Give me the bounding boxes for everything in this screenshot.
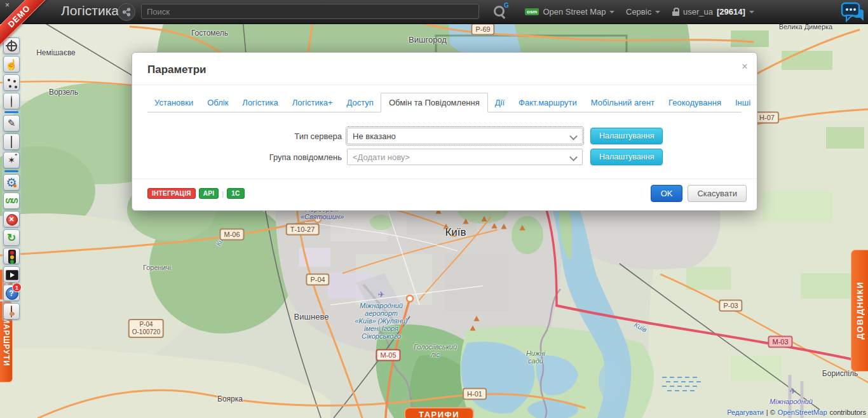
server-type-label: Тип сервера [147,131,342,141]
badge-separator: | [222,190,224,198]
brush-icon [8,118,16,129]
map-area-label: Голосіївський ліс [414,343,457,358]
service-menu-label: Сервіс [626,7,651,17]
tab-dii[interactable]: Дії [488,93,512,112]
map-place-label: Немішаєве [36,48,76,57]
map-provider-menu[interactable]: osm Open Street Map [525,0,614,24]
app-window: ✈ ✈ Гостомель Вишгород Велика Димерка Не… [0,0,868,418]
ok-button[interactable]: OK [651,185,683,202]
chevron-down-icon [609,11,614,13]
playback-tool-button[interactable] [3,266,20,283]
measure-tool-button[interactable] [3,133,20,150]
tab-obmin-povidomlennia[interactable]: Обмін та Повідомлення [381,93,488,112]
svg-text:✈: ✈ [378,290,385,299]
server-type-value: Не вказано [353,131,396,141]
hand-pointer-icon [5,58,18,71]
dialog-header: Параметри × [132,53,757,85]
tab-heokoduvannia[interactable]: Геокодування [661,93,728,112]
tab-fakt-marshruty[interactable]: Факт.маршрути [512,93,584,112]
road-badge: М-06 [219,229,244,241]
points-icon [4,75,19,90]
user-id: [29614] [717,7,745,17]
message-group-select[interactable]: <Додати нову> [347,149,583,165]
map-provider-label: Open Street Map [543,7,606,17]
ruler-icon [11,137,12,147]
traffic-tool-button[interactable] [3,248,20,264]
map-place-label: Боярка [217,394,243,403]
tab-ustanovky[interactable]: Установки [147,93,200,112]
message-group-settings-button[interactable]: Налаштування [590,149,663,165]
api-badge[interactable]: API [199,188,219,199]
tab-inshi[interactable]: Інші [728,93,757,112]
dialog-tabs: Установки Облік Логістика Логістика+ Дос… [147,93,742,112]
tariffs-tab[interactable]: ТАРИФИ [404,407,474,418]
tab-logistyka-plus[interactable]: Логістика+ [285,93,340,112]
server-type-select[interactable]: Не вказано [347,128,583,144]
dialog-footer: ІНТЕГРАЦІЯ API | 1C OK Скасувати [132,179,757,210]
attribution-separator: | © [766,408,775,416]
tab-dostup[interactable]: Доступ [340,93,381,112]
one-c-badge[interactable]: 1C [227,188,244,199]
road-badge: М-05 [376,349,400,361]
app-title: Логістика [61,3,119,18]
road-badge: М-03 [768,336,792,348]
help-tool-button[interactable]: 1 [3,285,20,301]
chevron-down-icon [569,132,578,140]
route-icon: S [10,198,20,203]
refresh-tool-button[interactable] [3,229,20,246]
form-row: Група повідомлень <Додати нову> Налаштув… [147,149,742,165]
chat-button[interactable] [841,2,865,26]
top-bar: × DEMO Логістика G osm Open Street Map С… [0,0,868,24]
delete-tool-button[interactable] [3,211,20,227]
polygon-tool-button[interactable] [3,93,20,109]
osm-badge: osm [525,8,539,15]
locate-tool-button[interactable] [3,37,20,54]
traffic-light-icon [4,248,19,264]
dialog-title: Параметри [147,64,206,76]
share-button[interactable] [118,3,135,21]
dialog-close-icon[interactable]: × [742,60,748,73]
map-airport-label: Міжнародний аеропорт «Київ» (Жуляни) іме… [355,302,408,340]
right-panel-tab-dovidnyky[interactable]: ДОВІДНИКИ [851,250,868,372]
osm-copyright-link[interactable]: OpenStreetMap [778,408,827,416]
lock-icon [672,8,679,16]
edit-map-link[interactable]: Редагувати [727,408,764,416]
tab-logistyka[interactable]: Логістика [235,93,285,112]
misc-tool-icon [11,306,12,317]
window-close-icon[interactable]: × [5,1,10,10]
magic-wand-icon [4,152,19,168]
message-group-value: <Додати нову> [353,152,410,162]
road-badge: Т-10-27 [286,224,320,236]
notification-badge: 1 [12,283,22,292]
chevron-down-icon [569,153,578,161]
toolbar-divider [4,111,18,113]
cancel-button[interactable]: Скасувати [688,185,747,202]
chevron-down-icon [749,11,754,13]
pan-tool-button[interactable] [3,56,20,72]
misc-tool-button[interactable] [3,303,20,320]
service-menu[interactable]: Сервіс [626,0,660,24]
svg-text:✈: ✈ [790,386,797,396]
user-menu[interactable]: user_ua [29614] [672,0,754,24]
map-place-label: Вишневе [294,312,329,321]
search-input[interactable] [141,4,479,19]
integration-badge[interactable]: ІНТЕГРАЦІЯ [147,188,196,199]
road-badge: Н-07 [755,112,779,124]
share-icon [122,8,131,17]
draw-tool-button[interactable] [3,115,20,131]
message-group-label: Група повідомлень [147,152,342,162]
points-tool-button[interactable] [3,74,20,91]
form-row: Тип сервера Не вказано Налаштування [147,128,742,144]
tab-mobilnyi-ahent[interactable]: Мобільний агент [584,93,661,112]
settings-tool-button[interactable] [3,174,20,191]
route-tool-button[interactable]: S [3,192,20,209]
playback-icon [4,267,19,282]
geo-search-button[interactable]: G [492,4,509,20]
magic-tool-button[interactable] [3,152,20,168]
user-name: user_ua [683,7,713,17]
tab-oblik[interactable]: Облік [200,93,235,112]
dialog-body: Тип сервера Не вказано Налаштування Груп… [132,112,757,179]
server-settings-button[interactable]: Налаштування [590,128,663,144]
road-badge: Р-04 О-100720 [128,319,164,338]
map-place-label: Міжнародний [770,398,813,405]
